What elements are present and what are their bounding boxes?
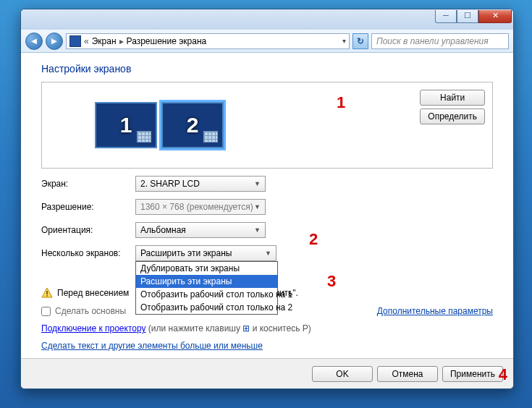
monitor-2[interactable]: 2 xyxy=(161,102,224,148)
minimize-button[interactable]: ─ xyxy=(435,10,457,23)
monitor-grid-icon xyxy=(137,131,151,143)
windows-key-icon: ⊞ xyxy=(242,323,250,333)
monitor-number: 1 xyxy=(120,113,132,137)
svg-rect-0 xyxy=(46,291,48,294)
multi-option-extend[interactable]: Расширить эти экраны xyxy=(136,275,277,288)
resolution-value: 1360 × 768 (рекомендуется) xyxy=(140,202,253,212)
refresh-button[interactable]: ↻ xyxy=(352,33,368,49)
multi-option-only2[interactable]: Отобразить рабочий стол только на 2 xyxy=(136,301,277,314)
resolution-label: Разрешение: xyxy=(41,202,135,212)
multi-display-dropdown: Дублировать эти экраны Расширить эти экр… xyxy=(135,261,278,315)
chevron-down-icon: ▼ xyxy=(254,180,261,187)
annotation-4: 4 xyxy=(499,365,507,384)
apply-button[interactable]: Применить xyxy=(442,366,503,382)
resolution-select[interactable]: 1360 × 768 (рекомендуется) ▼ xyxy=(135,199,266,215)
annotation-3: 3 xyxy=(327,272,336,291)
breadcrumb-sep-icon: « xyxy=(84,36,89,46)
search-input[interactable]: Поиск в панели управления xyxy=(371,33,509,49)
projector-link[interactable]: Подключение к проектору xyxy=(41,323,146,333)
projector-link-row: Подключение к проектору (или нажмите кла… xyxy=(41,323,493,333)
annotation-2: 2 xyxy=(309,230,318,249)
screen-value: 2. SHARP LCD xyxy=(140,179,200,189)
make-primary-checkbox[interactable] xyxy=(41,307,51,316)
chevron-down-icon: ▼ xyxy=(254,203,261,211)
orientation-select[interactable]: Альбомная ▼ xyxy=(135,222,266,238)
titlebar: ─ ☐ ✕ xyxy=(21,9,513,30)
close-button[interactable]: ✕ xyxy=(478,10,512,23)
advanced-link[interactable]: Дополнительные параметры xyxy=(377,306,493,316)
monitor-number: 2 xyxy=(187,113,199,137)
ok-button[interactable]: OK xyxy=(312,366,373,382)
cancel-button[interactable]: Отмена xyxy=(377,366,438,382)
content: Настройки экранов 1 2 3 1 2 Найти Опреде… xyxy=(21,53,513,358)
warning-icon xyxy=(41,287,53,299)
make-primary-label: Сделать основны xyxy=(55,306,126,316)
nav-row: ◄ ► « Экран ▸ Разрешение экрана ▾ ↻ Поис… xyxy=(21,30,513,53)
multi-value: Расширить эти экраны xyxy=(140,248,232,258)
display-icon xyxy=(69,35,81,47)
identify-button[interactable]: Определить xyxy=(420,109,485,124)
page-heading: Настройки экранов xyxy=(41,63,493,75)
multi-option-duplicate[interactable]: Дублировать эти экраны xyxy=(136,262,277,275)
chevron-down-icon[interactable]: ▾ xyxy=(342,37,346,45)
orientation-label: Ориентация: xyxy=(41,225,135,235)
orientation-value: Альбомная xyxy=(140,225,186,235)
monitor-1[interactable]: 1 xyxy=(95,102,157,148)
footer: OK Отмена Применить 4 xyxy=(21,358,513,388)
svg-rect-1 xyxy=(46,295,48,297)
breadcrumb-item[interactable]: Экран xyxy=(92,36,117,46)
monitor-grid-icon xyxy=(203,131,218,143)
screen-select[interactable]: 2. SHARP LCD ▼ xyxy=(135,176,266,192)
window: ─ ☐ ✕ ◄ ► « Экран ▸ Разрешение экрана ▾ … xyxy=(20,9,514,389)
projector-hint-a: (или нажмите клавишу xyxy=(148,323,240,333)
textsize-link[interactable]: Сделать текст и другие элементы больше и… xyxy=(41,341,493,351)
forward-button[interactable]: ► xyxy=(46,33,63,50)
maximize-button[interactable]: ☐ xyxy=(457,10,478,23)
chevron-down-icon: ▼ xyxy=(265,250,271,257)
multi-display-select[interactable]: Расширить эти экраны ▼ Дублировать эти э… xyxy=(135,245,276,261)
screen-label: Экран: xyxy=(41,179,135,189)
chevron-down-icon: ▼ xyxy=(254,226,261,234)
multi-label: Несколько экранов: xyxy=(41,248,135,258)
back-button[interactable]: ◄ xyxy=(25,33,43,50)
address-bar[interactable]: « Экран ▸ Разрешение экрана ▾ xyxy=(66,33,350,49)
multi-option-only1[interactable]: Отобразить рабочий стол только на 1 xyxy=(136,288,277,301)
projector-hint-b: и коснитесь P) xyxy=(253,323,311,333)
warning-text: Перед внесением xyxy=(57,288,129,298)
chevron-right-icon: ▸ xyxy=(119,36,124,46)
breadcrumb-item[interactable]: Разрешение экрана xyxy=(127,36,207,46)
find-button[interactable]: Найти xyxy=(420,90,485,106)
display-preview: 1 2 Найти Определить xyxy=(41,82,493,169)
